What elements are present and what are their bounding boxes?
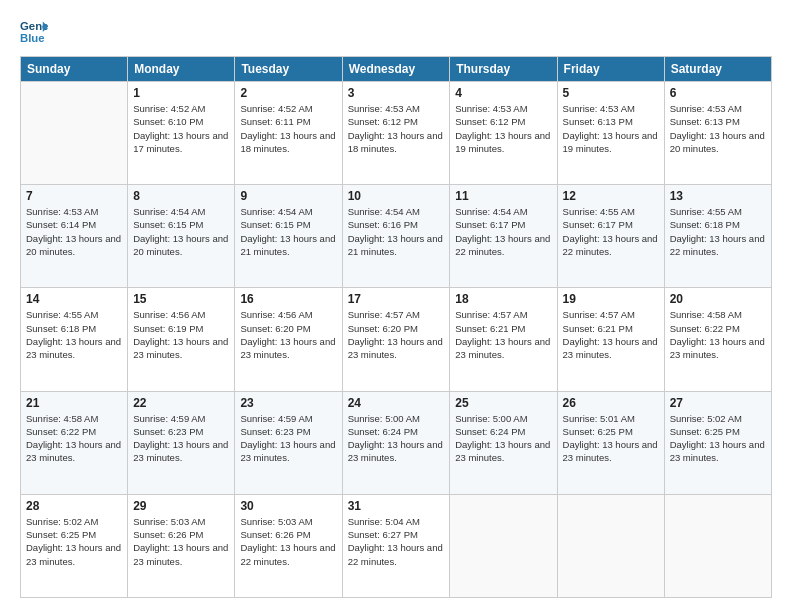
day-info: Sunrise: 5:03 AMSunset: 6:26 PMDaylight:… [240,515,336,568]
calendar-cell: 26Sunrise: 5:01 AMSunset: 6:25 PMDayligh… [557,391,664,494]
day-number: 4 [455,86,551,100]
day-info: Sunrise: 4:53 AMSunset: 6:13 PMDaylight:… [563,102,659,155]
calendar-cell: 8Sunrise: 4:54 AMSunset: 6:15 PMDaylight… [128,185,235,288]
logo: General Blue [20,18,48,46]
day-info: Sunrise: 5:00 AMSunset: 6:24 PMDaylight:… [348,412,445,465]
day-info: Sunrise: 4:54 AMSunset: 6:17 PMDaylight:… [455,205,551,258]
day-info: Sunrise: 5:02 AMSunset: 6:25 PMDaylight:… [670,412,766,465]
calendar-cell: 20Sunrise: 4:58 AMSunset: 6:22 PMDayligh… [664,288,771,391]
day-number: 30 [240,499,336,513]
calendar-cell: 29Sunrise: 5:03 AMSunset: 6:26 PMDayligh… [128,494,235,597]
day-number: 27 [670,396,766,410]
calendar-cell: 1Sunrise: 4:52 AMSunset: 6:10 PMDaylight… [128,82,235,185]
day-info: Sunrise: 4:52 AMSunset: 6:11 PMDaylight:… [240,102,336,155]
day-info: Sunrise: 4:56 AMSunset: 6:20 PMDaylight:… [240,308,336,361]
day-info: Sunrise: 4:55 AMSunset: 6:18 PMDaylight:… [670,205,766,258]
calendar-cell: 10Sunrise: 4:54 AMSunset: 6:16 PMDayligh… [342,185,450,288]
day-number: 5 [563,86,659,100]
calendar-cell: 2Sunrise: 4:52 AMSunset: 6:11 PMDaylight… [235,82,342,185]
calendar-cell: 6Sunrise: 4:53 AMSunset: 6:13 PMDaylight… [664,82,771,185]
day-info: Sunrise: 4:53 AMSunset: 6:12 PMDaylight:… [348,102,445,155]
day-number: 25 [455,396,551,410]
day-info: Sunrise: 4:58 AMSunset: 6:22 PMDaylight:… [670,308,766,361]
calendar-cell: 17Sunrise: 4:57 AMSunset: 6:20 PMDayligh… [342,288,450,391]
calendar-week-row: 1Sunrise: 4:52 AMSunset: 6:10 PMDaylight… [21,82,772,185]
day-number: 6 [670,86,766,100]
calendar-cell: 13Sunrise: 4:55 AMSunset: 6:18 PMDayligh… [664,185,771,288]
header: General Blue [20,18,772,46]
weekday-header-friday: Friday [557,57,664,82]
day-number: 28 [26,499,122,513]
logo-icon: General Blue [20,18,48,46]
day-info: Sunrise: 5:04 AMSunset: 6:27 PMDaylight:… [348,515,445,568]
calendar-cell: 16Sunrise: 4:56 AMSunset: 6:20 PMDayligh… [235,288,342,391]
calendar-cell: 5Sunrise: 4:53 AMSunset: 6:13 PMDaylight… [557,82,664,185]
day-info: Sunrise: 4:59 AMSunset: 6:23 PMDaylight:… [133,412,229,465]
day-info: Sunrise: 4:57 AMSunset: 6:20 PMDaylight:… [348,308,445,361]
day-info: Sunrise: 5:03 AMSunset: 6:26 PMDaylight:… [133,515,229,568]
day-info: Sunrise: 4:54 AMSunset: 6:16 PMDaylight:… [348,205,445,258]
weekday-header-saturday: Saturday [664,57,771,82]
calendar-cell: 4Sunrise: 4:53 AMSunset: 6:12 PMDaylight… [450,82,557,185]
calendar-cell: 23Sunrise: 4:59 AMSunset: 6:23 PMDayligh… [235,391,342,494]
calendar-header-row: SundayMondayTuesdayWednesdayThursdayFrid… [21,57,772,82]
day-number: 21 [26,396,122,410]
calendar-cell: 12Sunrise: 4:55 AMSunset: 6:17 PMDayligh… [557,185,664,288]
day-number: 26 [563,396,659,410]
day-info: Sunrise: 4:53 AMSunset: 6:13 PMDaylight:… [670,102,766,155]
day-number: 16 [240,292,336,306]
day-info: Sunrise: 4:52 AMSunset: 6:10 PMDaylight:… [133,102,229,155]
page: General Blue SundayMondayTuesdayWednesda… [0,0,792,612]
day-number: 24 [348,396,445,410]
day-info: Sunrise: 4:57 AMSunset: 6:21 PMDaylight:… [455,308,551,361]
weekday-header-tuesday: Tuesday [235,57,342,82]
day-number: 23 [240,396,336,410]
calendar-cell [21,82,128,185]
day-info: Sunrise: 4:57 AMSunset: 6:21 PMDaylight:… [563,308,659,361]
day-info: Sunrise: 5:01 AMSunset: 6:25 PMDaylight:… [563,412,659,465]
day-info: Sunrise: 4:55 AMSunset: 6:18 PMDaylight:… [26,308,122,361]
calendar-cell: 31Sunrise: 5:04 AMSunset: 6:27 PMDayligh… [342,494,450,597]
calendar-cell: 21Sunrise: 4:58 AMSunset: 6:22 PMDayligh… [21,391,128,494]
day-number: 1 [133,86,229,100]
day-number: 8 [133,189,229,203]
calendar-cell: 24Sunrise: 5:00 AMSunset: 6:24 PMDayligh… [342,391,450,494]
weekday-header-monday: Monday [128,57,235,82]
day-number: 11 [455,189,551,203]
calendar-table: SundayMondayTuesdayWednesdayThursdayFrid… [20,56,772,598]
day-number: 13 [670,189,766,203]
day-info: Sunrise: 4:53 AMSunset: 6:14 PMDaylight:… [26,205,122,258]
calendar-cell: 18Sunrise: 4:57 AMSunset: 6:21 PMDayligh… [450,288,557,391]
day-number: 20 [670,292,766,306]
day-number: 29 [133,499,229,513]
day-number: 7 [26,189,122,203]
calendar-cell: 25Sunrise: 5:00 AMSunset: 6:24 PMDayligh… [450,391,557,494]
calendar-cell: 30Sunrise: 5:03 AMSunset: 6:26 PMDayligh… [235,494,342,597]
day-info: Sunrise: 4:54 AMSunset: 6:15 PMDaylight:… [240,205,336,258]
calendar-cell: 27Sunrise: 5:02 AMSunset: 6:25 PMDayligh… [664,391,771,494]
calendar-cell: 9Sunrise: 4:54 AMSunset: 6:15 PMDaylight… [235,185,342,288]
day-number: 9 [240,189,336,203]
day-number: 10 [348,189,445,203]
day-number: 14 [26,292,122,306]
day-info: Sunrise: 4:56 AMSunset: 6:19 PMDaylight:… [133,308,229,361]
svg-text:Blue: Blue [20,32,45,44]
calendar-cell [450,494,557,597]
calendar-cell: 28Sunrise: 5:02 AMSunset: 6:25 PMDayligh… [21,494,128,597]
calendar-cell: 19Sunrise: 4:57 AMSunset: 6:21 PMDayligh… [557,288,664,391]
day-info: Sunrise: 4:59 AMSunset: 6:23 PMDaylight:… [240,412,336,465]
day-number: 22 [133,396,229,410]
day-number: 17 [348,292,445,306]
day-info: Sunrise: 4:53 AMSunset: 6:12 PMDaylight:… [455,102,551,155]
calendar-cell [557,494,664,597]
weekday-header-wednesday: Wednesday [342,57,450,82]
day-number: 15 [133,292,229,306]
calendar-cell: 3Sunrise: 4:53 AMSunset: 6:12 PMDaylight… [342,82,450,185]
day-number: 2 [240,86,336,100]
day-number: 12 [563,189,659,203]
day-info: Sunrise: 5:00 AMSunset: 6:24 PMDaylight:… [455,412,551,465]
calendar-cell: 7Sunrise: 4:53 AMSunset: 6:14 PMDaylight… [21,185,128,288]
weekday-header-sunday: Sunday [21,57,128,82]
day-info: Sunrise: 4:54 AMSunset: 6:15 PMDaylight:… [133,205,229,258]
day-info: Sunrise: 4:58 AMSunset: 6:22 PMDaylight:… [26,412,122,465]
